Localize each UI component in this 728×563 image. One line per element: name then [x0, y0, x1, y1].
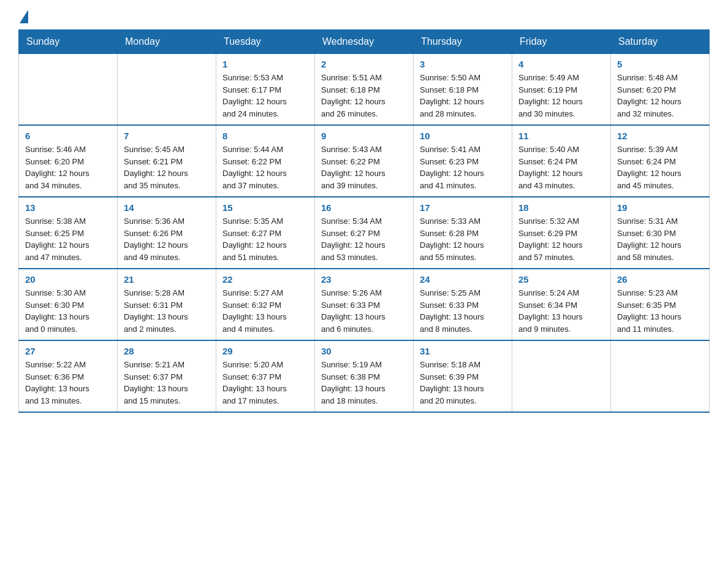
day-info: Sunrise: 5:49 AM Sunset: 6:19 PM Dayligh…: [518, 72, 604, 120]
calendar-cell: 1Sunrise: 5:53 AM Sunset: 6:17 PM Daylig…: [216, 54, 315, 126]
day-info: Sunrise: 5:27 AM Sunset: 6:32 PM Dayligh…: [222, 287, 308, 335]
page-header: [18, 12, 710, 23]
day-info: Sunrise: 5:31 AM Sunset: 6:30 PM Dayligh…: [617, 215, 703, 263]
day-info: Sunrise: 5:20 AM Sunset: 6:37 PM Dayligh…: [222, 359, 308, 407]
day-info: Sunrise: 5:30 AM Sunset: 6:30 PM Dayligh…: [25, 287, 111, 335]
day-number: 19: [617, 202, 703, 213]
weekday-header-thursday: Thursday: [414, 30, 512, 54]
calendar-cell: 13Sunrise: 5:38 AM Sunset: 6:25 PM Dayli…: [19, 197, 118, 269]
day-info: Sunrise: 5:45 AM Sunset: 6:21 PM Dayligh…: [124, 144, 210, 191]
day-number: 6: [25, 131, 111, 141]
logo-triangle-icon: [20, 10, 28, 23]
calendar-cell: 27Sunrise: 5:22 AM Sunset: 6:36 PM Dayli…: [19, 340, 118, 412]
day-number: 30: [321, 346, 407, 356]
day-number: 5: [617, 59, 703, 69]
day-number: 18: [518, 202, 604, 213]
calendar-cell: 26Sunrise: 5:23 AM Sunset: 6:35 PM Dayli…: [611, 269, 710, 340]
calendar-cell: 6Sunrise: 5:46 AM Sunset: 6:20 PM Daylig…: [19, 125, 118, 197]
calendar-cell: 11Sunrise: 5:40 AM Sunset: 6:24 PM Dayli…: [512, 125, 611, 197]
calendar-cell: 2Sunrise: 5:51 AM Sunset: 6:18 PM Daylig…: [315, 54, 414, 126]
day-number: 13: [25, 202, 111, 213]
day-number: 3: [420, 59, 506, 69]
day-number: 4: [518, 59, 604, 69]
day-number: 22: [222, 274, 308, 285]
day-info: Sunrise: 5:23 AM Sunset: 6:35 PM Dayligh…: [617, 287, 703, 335]
day-number: 7: [124, 131, 210, 141]
day-number: 23: [321, 274, 407, 285]
calendar-week-row: 13Sunrise: 5:38 AM Sunset: 6:25 PM Dayli…: [19, 197, 710, 269]
day-number: 14: [124, 202, 210, 213]
calendar-cell: 5Sunrise: 5:48 AM Sunset: 6:20 PM Daylig…: [611, 54, 710, 126]
calendar-table: SundayMondayTuesdayWednesdayThursdayFrid…: [18, 29, 710, 413]
day-number: 17: [420, 202, 506, 213]
day-info: Sunrise: 5:34 AM Sunset: 6:27 PM Dayligh…: [321, 215, 407, 263]
day-number: 16: [321, 202, 407, 213]
day-number: 2: [321, 59, 407, 69]
weekday-header-monday: Monday: [118, 30, 216, 54]
calendar-cell: 4Sunrise: 5:49 AM Sunset: 6:19 PM Daylig…: [512, 54, 611, 126]
day-number: 26: [617, 274, 703, 285]
day-info: Sunrise: 5:28 AM Sunset: 6:31 PM Dayligh…: [124, 287, 210, 335]
calendar-cell: 29Sunrise: 5:20 AM Sunset: 6:37 PM Dayli…: [216, 340, 315, 412]
day-info: Sunrise: 5:51 AM Sunset: 6:18 PM Dayligh…: [321, 72, 407, 120]
calendar-cell: 18Sunrise: 5:32 AM Sunset: 6:29 PM Dayli…: [512, 197, 611, 269]
calendar-cell: 3Sunrise: 5:50 AM Sunset: 6:18 PM Daylig…: [414, 54, 512, 126]
day-number: 25: [518, 274, 604, 285]
day-info: Sunrise: 5:22 AM Sunset: 6:36 PM Dayligh…: [25, 359, 111, 407]
calendar-cell: 20Sunrise: 5:30 AM Sunset: 6:30 PM Dayli…: [19, 269, 118, 340]
calendar-week-row: 20Sunrise: 5:30 AM Sunset: 6:30 PM Dayli…: [19, 269, 710, 340]
day-info: Sunrise: 5:32 AM Sunset: 6:29 PM Dayligh…: [518, 215, 604, 263]
day-number: 24: [420, 274, 506, 285]
weekday-header-tuesday: Tuesday: [216, 30, 315, 54]
calendar-cell: 25Sunrise: 5:24 AM Sunset: 6:34 PM Dayli…: [512, 269, 611, 340]
calendar-cell: [118, 54, 216, 126]
calendar-cell: [512, 340, 611, 412]
calendar-week-row: 6Sunrise: 5:46 AM Sunset: 6:20 PM Daylig…: [19, 125, 710, 197]
day-number: 28: [124, 346, 210, 356]
calendar-cell: 14Sunrise: 5:36 AM Sunset: 6:26 PM Dayli…: [118, 197, 216, 269]
calendar-cell: 30Sunrise: 5:19 AM Sunset: 6:38 PM Dayli…: [315, 340, 414, 412]
day-number: 1: [222, 59, 308, 69]
weekday-header-saturday: Saturday: [611, 30, 710, 54]
calendar-cell: [19, 54, 118, 126]
calendar-cell: 16Sunrise: 5:34 AM Sunset: 6:27 PM Dayli…: [315, 197, 414, 269]
day-number: 12: [617, 131, 703, 141]
day-info: Sunrise: 5:35 AM Sunset: 6:27 PM Dayligh…: [222, 215, 308, 263]
calendar-week-row: 1Sunrise: 5:53 AM Sunset: 6:17 PM Daylig…: [19, 54, 710, 126]
logo: [18, 12, 28, 23]
weekday-header-wednesday: Wednesday: [315, 30, 414, 54]
day-info: Sunrise: 5:48 AM Sunset: 6:20 PM Dayligh…: [617, 72, 703, 120]
day-number: 10: [420, 131, 506, 141]
calendar-cell: 12Sunrise: 5:39 AM Sunset: 6:24 PM Dayli…: [611, 125, 710, 197]
weekday-header-row: SundayMondayTuesdayWednesdayThursdayFrid…: [19, 30, 710, 54]
day-number: 11: [518, 131, 604, 141]
calendar-cell: 22Sunrise: 5:27 AM Sunset: 6:32 PM Dayli…: [216, 269, 315, 340]
calendar-cell: 28Sunrise: 5:21 AM Sunset: 6:37 PM Dayli…: [118, 340, 216, 412]
day-info: Sunrise: 5:33 AM Sunset: 6:28 PM Dayligh…: [420, 215, 506, 263]
calendar-cell: [611, 340, 710, 412]
calendar-cell: 15Sunrise: 5:35 AM Sunset: 6:27 PM Dayli…: [216, 197, 315, 269]
day-number: 31: [420, 346, 506, 356]
day-info: Sunrise: 5:25 AM Sunset: 6:33 PM Dayligh…: [420, 287, 506, 335]
calendar-cell: 23Sunrise: 5:26 AM Sunset: 6:33 PM Dayli…: [315, 269, 414, 340]
day-info: Sunrise: 5:38 AM Sunset: 6:25 PM Dayligh…: [25, 215, 111, 263]
day-number: 29: [222, 346, 308, 356]
calendar-cell: 21Sunrise: 5:28 AM Sunset: 6:31 PM Dayli…: [118, 269, 216, 340]
day-info: Sunrise: 5:46 AM Sunset: 6:20 PM Dayligh…: [25, 144, 111, 191]
day-number: 21: [124, 274, 210, 285]
day-info: Sunrise: 5:26 AM Sunset: 6:33 PM Dayligh…: [321, 287, 407, 335]
day-info: Sunrise: 5:41 AM Sunset: 6:23 PM Dayligh…: [420, 144, 506, 191]
calendar-cell: 9Sunrise: 5:43 AM Sunset: 6:22 PM Daylig…: [315, 125, 414, 197]
day-info: Sunrise: 5:18 AM Sunset: 6:39 PM Dayligh…: [420, 359, 506, 407]
day-info: Sunrise: 5:40 AM Sunset: 6:24 PM Dayligh…: [518, 144, 604, 191]
day-info: Sunrise: 5:24 AM Sunset: 6:34 PM Dayligh…: [518, 287, 604, 335]
day-info: Sunrise: 5:19 AM Sunset: 6:38 PM Dayligh…: [321, 359, 407, 407]
calendar-cell: 24Sunrise: 5:25 AM Sunset: 6:33 PM Dayli…: [414, 269, 512, 340]
day-info: Sunrise: 5:36 AM Sunset: 6:26 PM Dayligh…: [124, 215, 210, 263]
day-info: Sunrise: 5:39 AM Sunset: 6:24 PM Dayligh…: [617, 144, 703, 191]
weekday-header-friday: Friday: [512, 30, 611, 54]
calendar-cell: 10Sunrise: 5:41 AM Sunset: 6:23 PM Dayli…: [414, 125, 512, 197]
day-info: Sunrise: 5:44 AM Sunset: 6:22 PM Dayligh…: [222, 144, 308, 191]
day-number: 8: [222, 131, 308, 141]
day-number: 9: [321, 131, 407, 141]
